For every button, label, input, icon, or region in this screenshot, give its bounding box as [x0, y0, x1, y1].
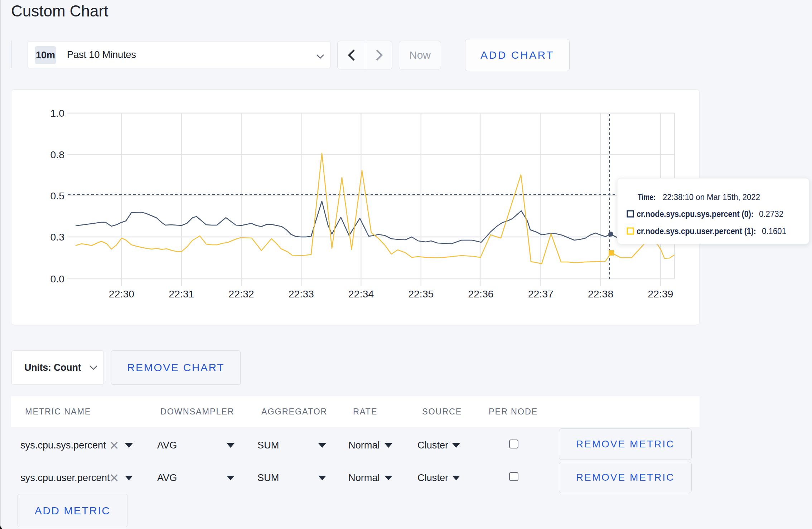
svg-text:cr.node.sys.cpu.user.percent (: cr.node.sys.cpu.user.percent (1):: [637, 227, 756, 236]
svg-text:22:35: 22:35: [408, 288, 434, 300]
svg-text:22:34: 22:34: [348, 288, 374, 300]
svg-text:22:38: 22:38: [588, 288, 613, 300]
svg-text:22:32: 22:32: [228, 288, 254, 300]
svg-text:22:33: 22:33: [289, 288, 314, 300]
svg-text:0.5: 0.5: [50, 190, 64, 202]
svg-text:22:30: 22:30: [109, 288, 134, 300]
svg-text:Time:: Time:: [638, 193, 656, 202]
svg-text:0.2732: 0.2732: [759, 209, 783, 219]
svg-text:cr.node.sys.cpu.sys.percent (0: cr.node.sys.cpu.sys.percent (0):: [637, 209, 754, 219]
svg-text:22:36: 22:36: [468, 288, 493, 300]
svg-text:0.3: 0.3: [50, 231, 64, 243]
svg-text:1.0: 1.0: [50, 107, 64, 119]
svg-text:0.8: 0.8: [50, 149, 64, 160]
svg-text:22:31: 22:31: [169, 288, 194, 300]
svg-text:22:39: 22:39: [648, 288, 673, 300]
svg-text:0.1601: 0.1601: [762, 227, 786, 236]
svg-text:0.0: 0.0: [50, 273, 64, 285]
svg-text:22:38:10 on Mar 15th, 2022: 22:38:10 on Mar 15th, 2022: [663, 193, 760, 202]
svg-text:22:37: 22:37: [528, 288, 554, 300]
